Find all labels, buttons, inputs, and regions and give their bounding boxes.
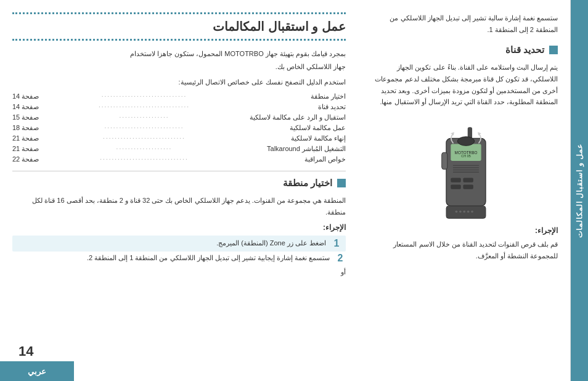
side-tab: عمل و استقبال المكالمات	[571, 0, 588, 381]
step-number: 2	[335, 253, 346, 264]
toc-item-page: صفحة 22	[12, 154, 39, 165]
toc-row: إنهاء مكالمة لاسلكية ...................…	[12, 133, 346, 144]
channel-section-title: تحديد قناة	[505, 44, 544, 55]
toc-item-label: عمل مكالمة لاسلكية	[250, 123, 346, 133]
or-text: أو	[12, 266, 346, 278]
toc-table: اختيار منطقة ...........................…	[12, 91, 346, 165]
toc-row: استقبال و الرد على مكالمة لاسلكية ......…	[12, 112, 346, 123]
toc-item-label: خواص المراقبة	[250, 154, 346, 165]
left-column: ستسمع نغمة إشارة سالبة تشير إلى تبديل ال…	[361, 0, 571, 381]
step-row: 2 ستسمع نغمة إشارة إيجابية تشير إلى تبدي…	[12, 253, 346, 264]
toc-item-page: صفحة 14	[12, 91, 39, 102]
channel-section-header: تحديد قناة	[374, 44, 558, 55]
zone-section-title: اختيار منطقة	[283, 178, 332, 189]
bottom-language-tab: عربي	[0, 361, 74, 381]
toc-item-label: استقبال و الرد على مكالمة لاسلكية	[250, 112, 346, 123]
zone-intro-text: المنطقة هي مجموعة من القنوات. يدعم جهاز …	[12, 195, 346, 218]
svg-point-21	[467, 211, 469, 213]
main-content: ستسمع نغمة إشارة سالبة تشير إلى تبديل ال…	[0, 0, 571, 381]
svg-rect-10	[451, 178, 460, 182]
page-container: عمل و استقبال المكالمات ستسمع نغمة إشارة…	[0, 0, 588, 381]
toc-row: خواص المراقبة ..........................…	[12, 154, 346, 165]
toc-item-page: صفحة 15	[12, 112, 39, 123]
steps-container: 1 اضغط على زر Zone (المنطقة) الميرمج. 2 …	[12, 236, 346, 264]
toc-item-page: صفحة 21	[12, 144, 39, 154]
toc-item-dots: ...............................	[39, 102, 249, 112]
main-title: عمل و استقبال المكالمات	[12, 19, 346, 41]
svg-rect-11	[463, 178, 473, 182]
toc-row: التشغيل المُباشر Talkaround ............…	[12, 144, 346, 154]
bottom-tab-text: عربي	[28, 367, 46, 376]
top-note-text: ستسمع نغمة إشارة سالبة تشير إلى تبديل ال…	[374, 12, 558, 35]
zone-section-icon	[337, 179, 346, 187]
toc-item-label: اختيار منطقة	[250, 91, 346, 102]
svg-point-19	[459, 211, 462, 213]
channel-body-text: يتم إرسال البث واستلامه على القناة. بناء…	[374, 62, 558, 108]
svg-point-3	[457, 137, 474, 146]
step-row: 1 اضغط على زر Zone (المنطقة) الميرمج.	[12, 236, 346, 252]
svg-text:CH 05: CH 05	[461, 154, 471, 158]
svg-rect-14	[441, 152, 447, 169]
toc-row: تحديد قناة .............................…	[12, 102, 346, 112]
step-text: ستسمع نغمة إشارة إيجابية تشير إلى تبديل …	[87, 253, 330, 264]
toc-item-label: التشغيل المُباشر Talkaround	[250, 144, 346, 154]
svg-point-22	[471, 211, 473, 213]
zone-section: اختيار منطقة المنطقة هي مجموعة من القنوا…	[12, 178, 346, 277]
svg-rect-15	[446, 206, 486, 218]
toc-item-dots: .............................	[39, 91, 249, 102]
intro-text-2: جهاز اللاسلكي الخاص بك.	[12, 61, 346, 73]
step-number: 1	[331, 238, 342, 249]
toc-item-label: تحديد قناة	[250, 102, 346, 112]
left-procedure-label: الإجراء:	[374, 226, 558, 235]
channel-section-icon	[549, 46, 558, 54]
toc-item-dots: ...........................	[39, 123, 249, 133]
svg-rect-13	[463, 185, 473, 189]
toc-item-page: صفحة 18	[12, 123, 39, 133]
toc-item-dots: ...................	[39, 144, 249, 154]
title-section: عمل و استقبال المكالمات	[12, 12, 346, 41]
toc-item-label: إنهاء مكالمة لاسلكية	[250, 133, 346, 144]
page-number: 14	[18, 343, 33, 359]
toc-item-dots: ..............................	[39, 154, 249, 165]
svg-rect-12	[451, 185, 460, 189]
toc-label: استخدم الدليل التصفح نفسك على خصائص الات…	[12, 78, 346, 86]
intro-text-1: بمجرد قيامك بقوم بتهيئة جهاز MOTOTRBO ال…	[12, 48, 346, 60]
svg-point-18	[455, 211, 457, 213]
toc-item-dots: ............................	[39, 133, 249, 144]
toc-item-page: صفحة 21	[12, 133, 39, 144]
left-procedure-text: قم بلف قرص القنوات لتحديد القناة من خلال…	[374, 239, 558, 261]
zone-section-header: اختيار منطقة	[12, 178, 346, 189]
step-text: اضغط على زر Zone (المنطقة) الميرمج.	[216, 238, 326, 249]
right-column: عمل و استقبال المكالمات بمجرد قيامك بقوم…	[0, 0, 361, 381]
toc-item-page: صفحة 14	[12, 102, 39, 112]
svg-point-20	[463, 211, 465, 213]
zone-procedure-label: الإجراء:	[12, 223, 346, 232]
toc-item-dots: .................	[39, 112, 249, 123]
toc-row: اختيار منطقة ...........................…	[12, 91, 346, 102]
radio-image: MOTOTRBO CH 05	[374, 121, 558, 220]
toc-row: عمل مكالمة لاسلكية .....................…	[12, 123, 346, 133]
side-tab-text: عمل و استقبال المكالمات	[575, 144, 584, 238]
section-divider	[12, 171, 346, 171]
